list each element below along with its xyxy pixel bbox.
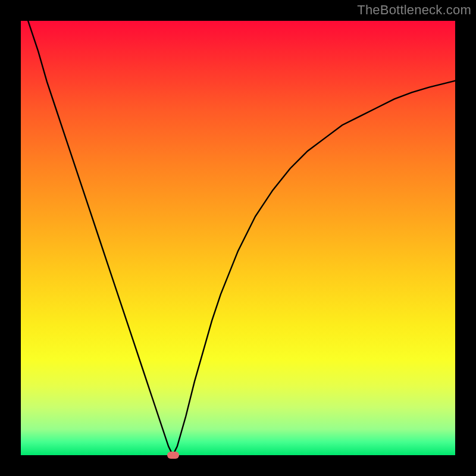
minimum-marker xyxy=(167,452,179,459)
chart-frame: TheBottleneck.com xyxy=(0,0,476,476)
line-series xyxy=(21,21,455,455)
plot-area xyxy=(21,21,455,455)
attribution-text: TheBottleneck.com xyxy=(357,2,471,18)
